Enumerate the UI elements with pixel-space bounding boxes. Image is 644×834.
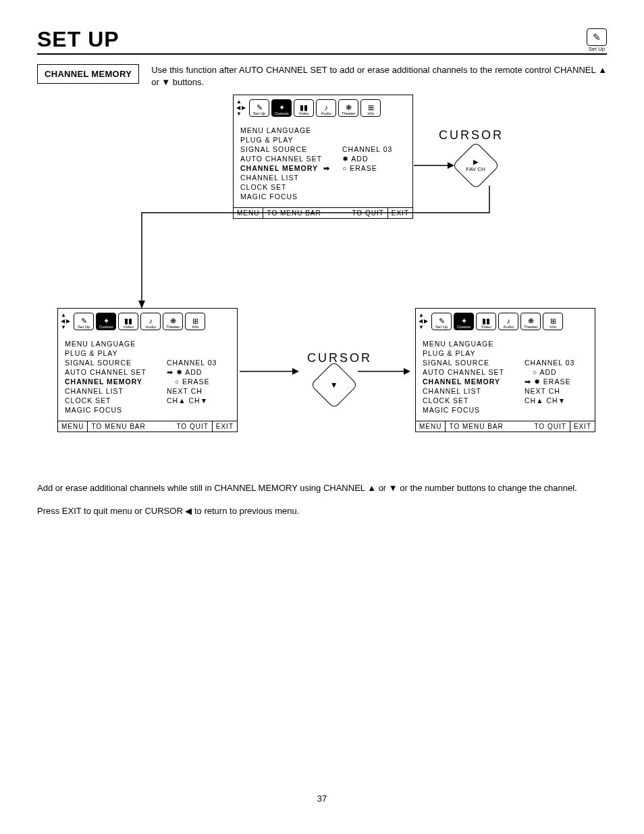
- r-channel: CHANNEL 03: [167, 359, 232, 367]
- mi-auto: AUTO CHANNEL SET: [65, 368, 160, 376]
- menu-body: MENU LANGUAGE PLUG & PLAY SIGNAL SOURCE …: [234, 118, 412, 207]
- page-header: SET UP ✎ Set Up: [37, 27, 607, 55]
- r-add: ➡ ✹ ADD: [167, 368, 232, 376]
- intro-row: CHANNEL MEMORY Use this function after A…: [37, 64, 607, 88]
- cursor-label-2: CURSOR: [307, 351, 372, 365]
- arrow-2: [240, 365, 300, 378]
- setup-icon-glyph: ✎: [587, 28, 607, 46]
- tab-setup: ✎Set Up: [74, 313, 94, 330]
- r-channel: CHANNEL 03: [342, 145, 407, 153]
- r-add: ○ ADD: [525, 368, 589, 376]
- mi-lang: MENU LANGUAGE: [65, 340, 160, 348]
- tab-video: ▮▮Video: [294, 99, 314, 117]
- r-add: ✹ ADD: [342, 155, 407, 163]
- mi-auto: AUTO CHANNEL SET: [423, 368, 518, 376]
- mi-lang: MENU LANGUAGE: [240, 126, 336, 134]
- nav-arrows-icon: ▲◀ ▶▼: [236, 99, 246, 117]
- mi-plug: PLUG & PLAY: [65, 349, 160, 357]
- mi-clock: CLOCK SET: [240, 183, 336, 191]
- tab-row: ▲◀ ▶▼ ✎Set Up ✦Custom ▮▮Video ♪Audio ❋Th…: [416, 309, 595, 332]
- mi-signal: SIGNAL SOURCE: [65, 359, 160, 367]
- tab-setup: ✎Set Up: [249, 99, 269, 117]
- menu-body: MENU LANGUAGE PLUG & PLAY SIGNAL SOURCE …: [416, 332, 595, 421]
- foot-menu: MENU: [58, 421, 87, 432]
- tab-setup: ✎Set Up: [431, 313, 452, 330]
- setup-icon-label: Set Up: [587, 46, 607, 52]
- mi-signal: SIGNAL SOURCE: [423, 359, 518, 367]
- mi-chmem: CHANNEL MEMORY ➡: [240, 164, 336, 172]
- tab-row: ▲◀ ▶▼ ✎Set Up ✦Custom ▮▮Video ♪Audio ❋Th…: [58, 309, 237, 332]
- mi-chmem: CHANNEL MEMORY: [65, 377, 160, 386]
- foot-toquit: TO QUIT: [325, 208, 387, 218]
- section-box-label: CHANNEL MEMORY: [37, 64, 139, 84]
- arrow-3: [358, 365, 412, 378]
- mi-signal: SIGNAL SOURCE: [240, 145, 336, 153]
- mi-chmem: CHANNEL MEMORY: [423, 377, 518, 386]
- menu-panel-2: ▲◀ ▶▼ ✎Set Up ✦Custom ▮▮Video ♪Audio ❋Th…: [57, 308, 238, 432]
- foot-toquit: TO QUIT: [507, 421, 570, 432]
- menu-left-col: MENU LANGUAGE PLUG & PLAY SIGNAL SOURCE …: [423, 340, 518, 415]
- arrow-1: [414, 159, 454, 172]
- foot-exit: EXIT: [387, 208, 412, 218]
- menu-right-col: CHANNEL 03 ✹ ADD ○ ERASE: [342, 126, 407, 202]
- tab-info: ⊞Info: [360, 99, 381, 117]
- mi-clock: CLOCK SET: [65, 396, 160, 405]
- menu-left-col: MENU LANGUAGE PLUG & PLAY SIGNAL SOURCE …: [65, 340, 160, 415]
- r-next: NEXT CH: [525, 387, 589, 395]
- r-channel: CHANNEL 03: [525, 359, 589, 367]
- tab-custom: ✦Custom: [96, 313, 116, 330]
- tab-theater: ❋Theater: [520, 313, 541, 330]
- tab-custom: ✦Custom: [271, 99, 292, 117]
- svg-marker-4: [292, 368, 299, 375]
- closing-p1: Add or erase additional channels while s…: [37, 482, 607, 494]
- menu-right-col: CHANNEL 03 ➡ ✹ ADD ○ ERASE NEXT CH CH▲ C…: [167, 340, 232, 415]
- tab-video: ▮▮Video: [476, 313, 496, 330]
- mi-plug: PLUG & PLAY: [240, 136, 336, 144]
- foot-menu: MENU: [416, 421, 445, 432]
- cursor-diamond-1: ▶FAV CH: [459, 149, 493, 182]
- foot-exit: EXIT: [570, 421, 595, 432]
- tab-video: ▮▮Video: [118, 313, 138, 330]
- menu-panel-1: ▲◀ ▶▼ ✎Set Up ✦Custom ▮▮Video ♪Audio ❋Th…: [233, 95, 413, 219]
- foot-exit: EXIT: [212, 421, 237, 432]
- tab-info: ⊞Info: [543, 313, 563, 330]
- mi-plug: PLUG & PLAY: [423, 349, 518, 357]
- foot-menu: MENU: [234, 208, 263, 218]
- r-erase: ○ ERASE: [167, 377, 232, 386]
- menu-right-col: CHANNEL 03 ○ ADD ➡ ✹ ERASE NEXT CH CH▲ C…: [525, 340, 589, 415]
- tab-audio: ♪Audio: [316, 99, 336, 117]
- tab-theater: ❋Theater: [338, 99, 358, 117]
- diagram-stage: ▲◀ ▶▼ ✎Set Up ✦Custom ▮▮Video ♪Audio ❋Th…: [37, 95, 607, 473]
- menu-left-col: MENU LANGUAGE PLUG & PLAY SIGNAL SOURCE …: [240, 126, 336, 202]
- svg-marker-6: [404, 368, 410, 375]
- mi-chlist: CHANNEL LIST: [423, 387, 518, 395]
- mi-clock: CLOCK SET: [423, 396, 518, 405]
- tab-row: ▲◀ ▶▼ ✎Set Up ✦Custom ▮▮Video ♪Audio ❋Th…: [234, 95, 412, 118]
- tab-audio: ♪Audio: [140, 313, 161, 330]
- foot-tomenu: TO MENU BAR: [87, 421, 149, 432]
- mi-magic: MAGIC FOCUS: [423, 406, 518, 414]
- r-next: NEXT CH: [167, 387, 232, 395]
- r-erase: ○ ERASE: [342, 164, 407, 172]
- mi-chlist: CHANNEL LIST: [240, 174, 336, 182]
- menu-foot: MENU TO MENU BAR TO QUIT EXIT: [58, 421, 237, 432]
- cursor-label-1: CURSOR: [439, 128, 504, 142]
- r-chnav: CH▲ CH▼: [167, 396, 232, 405]
- menu-foot: MENU TO MENU BAR TO QUIT EXIT: [234, 207, 412, 218]
- mi-magic: MAGIC FOCUS: [240, 192, 336, 201]
- foot-tomenu: TO MENU BAR: [263, 208, 324, 218]
- menu-foot: MENU TO MENU BAR TO QUIT EXIT: [416, 421, 595, 432]
- tab-custom: ✦Custom: [454, 313, 474, 330]
- r-chnav: CH▲ CH▼: [525, 396, 589, 405]
- r-erase: ➡ ✹ ERASE: [525, 377, 589, 386]
- nav-arrows-icon: ▲◀ ▶▼: [419, 312, 428, 330]
- mi-magic: MAGIC FOCUS: [65, 406, 160, 414]
- tab-audio: ♪Audio: [498, 313, 518, 330]
- setup-corner-icon: ✎ Set Up: [587, 28, 607, 52]
- page-title: SET UP: [37, 27, 119, 52]
- page-number: 37: [37, 793, 607, 804]
- intro-text: Use this function after AUTO CHANNEL SET…: [151, 64, 607, 88]
- foot-tomenu: TO MENU BAR: [445, 421, 506, 432]
- tab-theater: ❋Theater: [163, 313, 183, 330]
- tab-info: ⊞Info: [185, 313, 205, 330]
